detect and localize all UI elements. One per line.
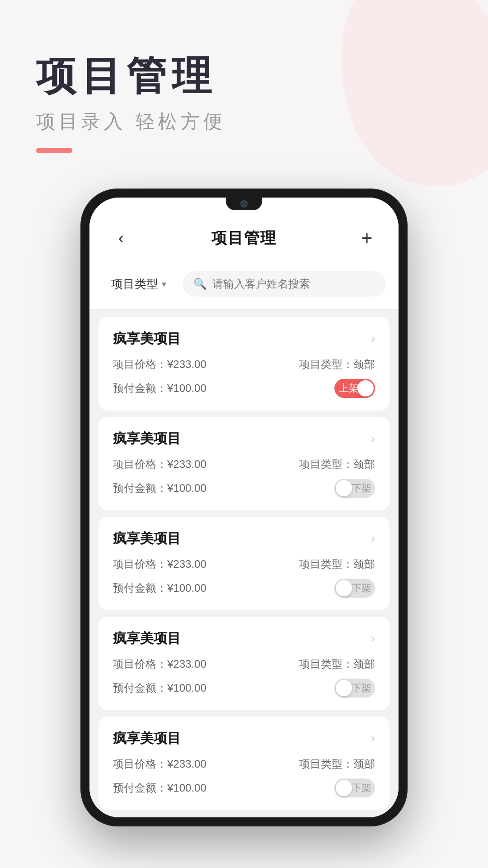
item-arrow-icon: › — [371, 531, 375, 546]
item-card-header: 疯享美项目 › — [113, 330, 375, 348]
title-underline — [36, 148, 72, 153]
toggle-text: 上架 — [339, 382, 359, 395]
page-subtitle: 项目录入 轻松方便 — [36, 109, 452, 134]
item-price-label: 项目价格：¥233.00 — [113, 557, 206, 571]
page-title-large: 项目管理 — [36, 54, 452, 98]
filter-type-label: 项目类型 — [111, 276, 158, 292]
item-arrow-icon: › — [371, 331, 375, 346]
item-deposit-label: 预付金额：¥100.00 — [113, 381, 206, 396]
filter-search-bar: 项目类型 ▾ 🔍 — [89, 263, 399, 310]
back-icon: ‹ — [118, 229, 124, 248]
toggle-switch[interactable]: 下架 — [334, 479, 375, 498]
phone-camera — [240, 200, 248, 208]
item-card-header: 疯享美项目 › — [113, 729, 375, 748]
toggle-switch[interactable]: 下架 — [334, 679, 375, 698]
item-details-row1: 项目价格：¥233.00 项目类型：颈部 — [113, 757, 375, 771]
item-card: 疯享美项目 › 项目价格：¥233.00 项目类型：颈部 预付金额：¥100.0… — [99, 717, 389, 810]
item-details-row1: 项目价格：¥233.00 项目类型：颈部 — [113, 657, 375, 671]
toggle-text: 下架 — [352, 781, 371, 795]
item-type-label: 项目类型：颈部 — [299, 457, 375, 472]
item-type-label: 项目类型：颈部 — [299, 357, 375, 372]
search-input[interactable] — [212, 278, 375, 290]
item-price-label: 项目价格：¥233.00 — [113, 357, 206, 372]
toggle-container: 下架 — [334, 479, 375, 498]
toggle-switch[interactable]: 上架 — [334, 379, 375, 398]
item-deposit-label: 预付金额：¥100.00 — [113, 781, 206, 795]
item-card-header: 疯享美项目 › — [113, 529, 375, 548]
phone-notch — [226, 198, 262, 210]
item-details-row2: 预付金额：¥100.00 下架 — [113, 479, 375, 498]
item-card-header: 疯享美项目 › — [113, 429, 375, 448]
item-deposit-label: 预付金额：¥100.00 — [113, 481, 206, 495]
toggle-text: 下架 — [352, 681, 371, 695]
item-price-label: 项目价格：¥233.00 — [113, 457, 206, 472]
item-name: 疯享美项目 — [113, 729, 181, 748]
toggle-container: 上架 — [334, 379, 375, 398]
filter-type-button[interactable]: 项目类型 ▾ — [102, 270, 175, 298]
item-card: 疯享美项目 › 项目价格：¥233.00 项目类型：颈部 预付金额：¥100.0… — [99, 517, 389, 610]
item-name: 疯享美项目 — [113, 429, 181, 448]
search-wrapper: 🔍 — [183, 271, 386, 297]
toggle-knob — [336, 480, 352, 496]
item-details-row1: 项目价格：¥233.00 项目类型：颈部 — [113, 557, 375, 571]
toggle-switch[interactable]: 下架 — [334, 778, 375, 797]
search-icon: 🔍 — [193, 278, 207, 290]
phone-screen: ‹ 项目管理 + 项目类型 ▾ 🔍 — [89, 198, 399, 817]
item-details-row2: 预付金额：¥100.00 下架 — [113, 778, 375, 797]
toggle-text: 下架 — [352, 481, 371, 495]
toggle-knob — [357, 380, 374, 396]
item-card: 疯享美项目 › 项目价格：¥233.00 项目类型：颈部 预付金额：¥100.0… — [99, 317, 389, 410]
item-type-label: 项目类型：颈部 — [299, 757, 375, 771]
item-deposit-label: 预付金额：¥100.00 — [113, 681, 206, 695]
item-arrow-icon: › — [371, 431, 375, 446]
phone-mockup: ‹ 项目管理 + 项目类型 ▾ 🔍 — [0, 189, 488, 826]
add-icon: + — [361, 227, 373, 249]
toggle-knob — [336, 680, 352, 696]
item-details-row1: 项目价格：¥233.00 项目类型：颈部 — [113, 357, 375, 372]
item-details-row2: 预付金额：¥100.00 下架 — [113, 679, 375, 698]
item-name: 疯享美项目 — [113, 529, 181, 548]
toggle-text: 下架 — [352, 581, 371, 595]
item-name: 疯享美项目 — [113, 629, 181, 648]
item-deposit-label: 预付金额：¥100.00 — [113, 581, 206, 595]
item-details-row2: 预付金额：¥100.00 上架 — [113, 379, 375, 398]
toggle-container: 下架 — [334, 679, 375, 698]
toggle-container: 下架 — [334, 579, 375, 598]
page-header: 项目管理 项目录入 轻松方便 — [0, 0, 488, 171]
toggle-container: 下架 — [334, 778, 375, 797]
toggle-knob — [336, 780, 352, 796]
toggle-switch[interactable]: 下架 — [334, 579, 375, 598]
item-type-label: 项目类型：颈部 — [299, 557, 375, 571]
add-button[interactable]: + — [353, 225, 380, 252]
items-list: 疯享美项目 › 项目价格：¥233.00 项目类型：颈部 预付金额：¥100.0… — [89, 310, 399, 817]
item-arrow-icon: › — [371, 731, 375, 745]
navbar-title: 项目管理 — [211, 228, 277, 249]
item-card: 疯享美项目 › 项目价格：¥233.00 项目类型：颈部 预付金额：¥100.0… — [99, 617, 389, 710]
item-price-label: 项目价格：¥233.00 — [113, 657, 206, 671]
item-details-row2: 预付金额：¥100.00 下架 — [113, 579, 375, 598]
item-price-label: 项目价格：¥233.00 — [113, 757, 206, 771]
item-card-header: 疯享美项目 › — [113, 629, 375, 648]
back-button[interactable]: ‹ — [108, 225, 135, 252]
item-type-label: 项目类型：颈部 — [299, 657, 375, 671]
item-arrow-icon: › — [371, 631, 375, 646]
item-name: 疯享美项目 — [113, 330, 181, 348]
item-card: 疯享美项目 › 项目价格：¥233.00 项目类型：颈部 预付金额：¥100.0… — [99, 417, 389, 510]
item-details-row1: 项目价格：¥233.00 项目类型：颈部 — [113, 457, 375, 472]
filter-dropdown-icon: ▾ — [162, 278, 166, 289]
toggle-knob — [336, 580, 352, 596]
